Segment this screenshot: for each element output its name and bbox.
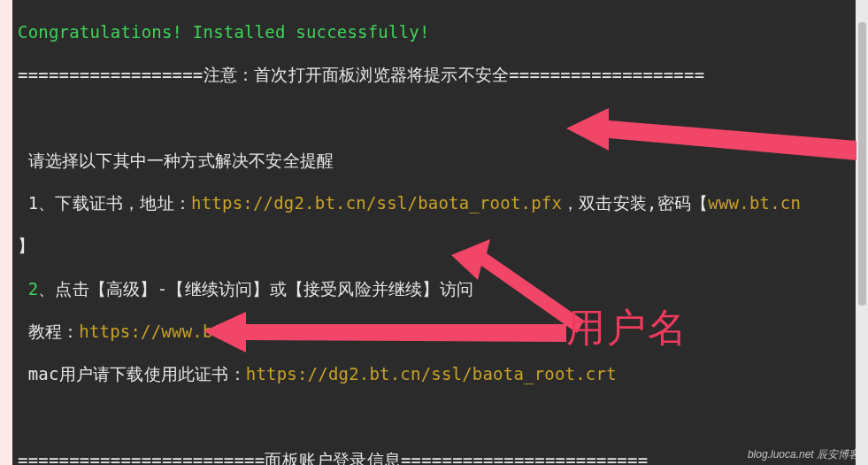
annotation-username: 用户名 — [566, 303, 688, 353]
option-1: 1、下载证书，地址：https://dg2.bt.cn/ssl/baota_ro… — [18, 192, 852, 213]
divider-panel: ========================面板账户登录信息========… — [18, 449, 852, 465]
divider-notice: ==================注意：首次打开面板浏览器将提示不安全====… — [18, 64, 852, 85]
blank-line-2 — [18, 406, 852, 427]
url-mac-crt: https://dg2.bt.cn/ssl/baota_root.crt — [246, 364, 617, 384]
watermark: blog.luoca.net 辰安博客 — [748, 448, 859, 461]
hint-select: 请选择以下其中一种方式解决不安全提醒 — [18, 150, 852, 171]
install-success: Congratulations! Installed successfully! — [18, 22, 430, 42]
blank-line — [18, 107, 852, 128]
option-2: 2、点击【高级】-【继续访问】或【接受风险并继续】访问 — [18, 278, 852, 299]
scrollbar[interactable] — [856, 0, 868, 465]
option-1-close: 】 — [18, 235, 852, 256]
url-tutorial: https://www.bt.cn/bbs/thread-117246-1-1.… — [79, 322, 532, 341]
scrollbar-thumb[interactable] — [858, 22, 866, 306]
url-ssl-pfx: https://dg2.bt.cn/ssl/baota_root.pfx — [191, 193, 562, 213]
mac-cert-line: mac用户请下载使用此证书：https://dg2.bt.cn/ssl/baot… — [18, 363, 852, 384]
tutorial-line: 教程：https://www.bt.cn/bbs/thread-117246-1… — [18, 321, 852, 342]
terminal-window[interactable]: Congratulations! Installed successfully!… — [12, 0, 856, 465]
